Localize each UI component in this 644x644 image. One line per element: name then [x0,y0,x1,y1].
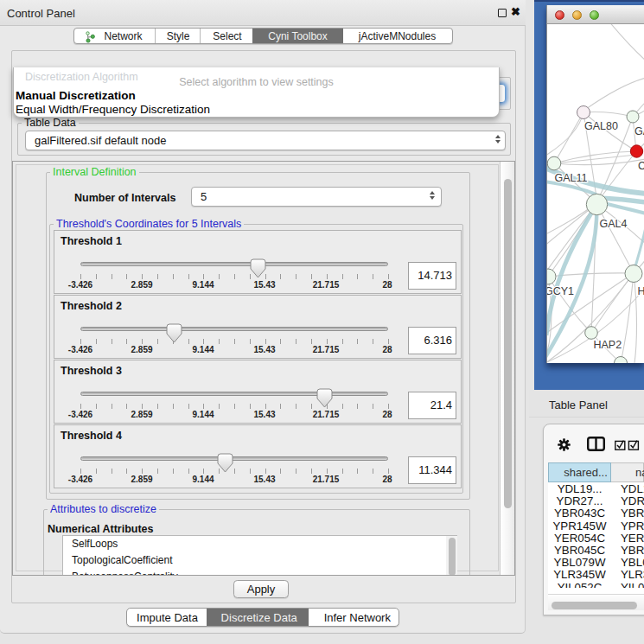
svg-text:GAL4: GAL4 [600,218,628,230]
svg-text:GAL80: GAL80 [584,120,618,132]
svg-text:GAL11: GAL11 [555,172,588,184]
svg-text:H: H [638,285,644,297]
svg-text:GCY1: GCY1 [547,285,574,297]
svg-text:HAP2: HAP2 [594,339,622,351]
svg-text:C: C [638,160,644,172]
svg-text:GA: GA [634,125,644,137]
